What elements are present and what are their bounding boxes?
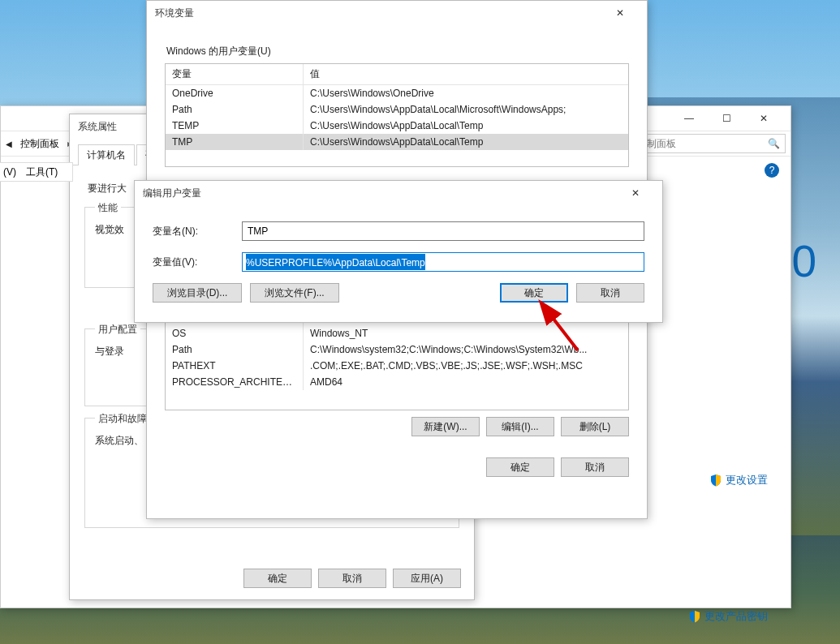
cancel-button[interactable]: 取消	[318, 569, 386, 588]
search-icon: 🔍	[768, 138, 780, 149]
maximize-button[interactable]: ☐	[708, 106, 745, 131]
help-icon[interactable]: ?	[765, 163, 779, 178]
user-vars-label: Windows 的用户变量(U)	[166, 45, 629, 58]
dialog-title: 编辑用户变量	[143, 187, 201, 200]
shield-icon	[688, 610, 701, 623]
dialog-title: 环境变量	[155, 6, 194, 20]
dialog-title: 系统属性	[78, 120, 117, 134]
var-name-label: 变量名(N):	[153, 225, 242, 238]
menubar-fragment: (V) 工具(T)	[0, 162, 73, 182]
tab-computer-name[interactable]: 计算机名	[78, 144, 135, 165]
table-row[interactable]: TEMPC:\Users\Windows\AppData\Local\Temp	[166, 118, 628, 134]
table-row[interactable]: PathC:\Users\Windows\AppData\Local\Micro…	[166, 101, 628, 118]
table-row[interactable]: PROCESSOR_ARCHITECT...AMD64	[166, 374, 628, 390]
browse-file-button[interactable]: 浏览文件(F)...	[250, 283, 339, 303]
system-vars-table[interactable]: NUMBER_OF_PROCESSORS4OSWindows_NTPathC:\…	[165, 308, 629, 410]
table-row[interactable]: PathC:\Windows\system32;C:\Windows;C:\Wi…	[166, 341, 628, 358]
table-row[interactable]: TMPC:\Users\Windows\AppData\Local\Temp	[166, 134, 628, 150]
table-row[interactable]: OSWindows_NT	[166, 325, 628, 341]
shield-icon	[709, 474, 722, 487]
menu-item[interactable]: 工具(T)	[26, 165, 58, 179]
link-label: 更改设置	[726, 473, 768, 487]
cancel-button[interactable]: 取消	[576, 283, 644, 303]
group-title: 性能	[95, 201, 121, 215]
link-label: 更改产品密钥	[704, 609, 768, 624]
var-value-input[interactable]: %USERPROFILE%\AppData\Local\Temp	[242, 252, 644, 272]
selected-text: %USERPROFILE%\AppData\Local\Temp	[246, 254, 425, 270]
back-icon[interactable]: ◀	[6, 140, 12, 148]
ok-button[interactable]: 确定	[486, 457, 554, 477]
ok-button[interactable]: 确定	[500, 283, 568, 303]
group-title: 启动和故障	[95, 412, 150, 426]
table-row[interactable]: OneDriveC:\Users\Windows\OneDrive	[166, 85, 628, 101]
user-vars-table[interactable]: 变量 值 OneDriveC:\Users\Windows\OneDrivePa…	[165, 63, 629, 167]
edit-button[interactable]: 编辑(I)...	[486, 417, 554, 436]
menu-item[interactable]: (V)	[3, 166, 16, 178]
table-header: 变量 值	[166, 64, 628, 85]
table-row[interactable]: PATHEXT.COM;.EXE;.BAT;.CMD;.VBS;.VBE;.JS…	[166, 358, 628, 374]
close-button[interactable]: ✕	[601, 1, 639, 25]
ok-button[interactable]: 确定	[243, 569, 312, 588]
change-settings-link[interactable]: 更改设置	[709, 473, 768, 487]
col-header-var[interactable]: 变量	[166, 64, 304, 84]
var-name-input[interactable]	[242, 221, 644, 241]
change-product-key-link[interactable]: 更改产品密钥	[688, 609, 768, 624]
search-input[interactable]: 控制面板 🔍	[631, 134, 786, 153]
col-header-val[interactable]: 值	[304, 64, 628, 84]
dialog-titlebar: 环境变量 ✕	[147, 1, 647, 25]
var-value-label: 变量值(V):	[153, 255, 242, 269]
browse-directory-button[interactable]: 浏览目录(D)...	[153, 283, 242, 303]
new-button[interactable]: 新建(W)...	[411, 417, 480, 436]
close-button[interactable]: ✕	[745, 106, 782, 131]
dialog-titlebar: 编辑用户变量 ✕	[135, 181, 662, 205]
edit-user-variable-dialog: 编辑用户变量 ✕ 变量名(N): 变量值(V): %USERPROFILE%\A…	[134, 180, 663, 323]
cancel-button[interactable]: 取消	[561, 457, 629, 477]
minimize-button[interactable]: —	[670, 106, 708, 131]
apply-button[interactable]: 应用(A)	[393, 569, 461, 588]
group-title: 用户配置	[95, 323, 140, 337]
delete-button[interactable]: 删除(L)	[561, 417, 629, 436]
close-button[interactable]: ✕	[617, 181, 654, 205]
breadcrumb-item[interactable]: 控制面板	[15, 135, 64, 152]
